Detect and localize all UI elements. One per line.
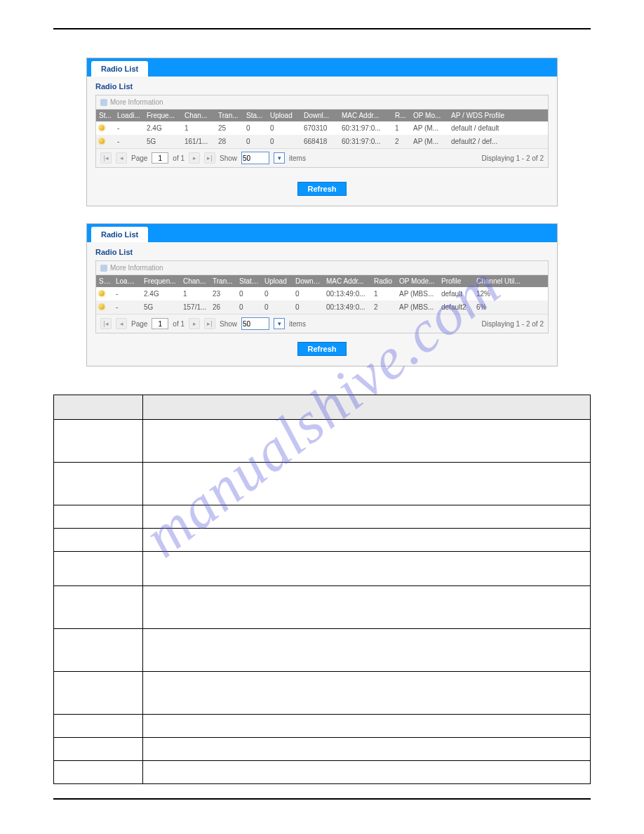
table-row[interactable]: - 2.4G 1 23 0 0 0 00:13:49:0... 1 AP (MB… [96,287,548,300]
more-information-button[interactable]: More Information [96,95,548,110]
col-radio[interactable]: Radio [371,275,396,287]
of-label: of 1 [173,154,185,162]
next-page-icon[interactable]: ▸ [189,318,200,329]
cell: 157/1... [180,300,210,314]
cell: AP (M... [410,135,448,148]
desc-row [54,463,591,505]
cell: 0 [267,135,301,148]
cell: - [114,135,144,148]
bulb-icon [99,138,105,144]
radio-list-panel-2: Radio List Radio List More Information [86,223,558,366]
col-station[interactable]: Stati... [236,275,262,287]
next-page-icon[interactable]: ▸ [189,152,200,164]
col-radio[interactable]: R... [392,110,410,121]
col-status[interactable]: St... [96,275,113,287]
cell: 0 [262,287,293,300]
col-channel[interactable]: Chan... [180,275,210,287]
col-mac[interactable]: MAC Addr... [323,275,371,287]
col-profile[interactable]: AP / WDS Profile [448,110,548,121]
desc-col-label [54,395,143,420]
tab-radio-list[interactable]: Radio List [91,227,148,242]
of-label: of 1 [173,320,185,328]
col-mac[interactable]: MAC Addr... [339,110,392,121]
refresh-button[interactable]: Refresh [297,182,347,196]
radio-list-panel-1: Radio List Radio List More Information [86,58,558,206]
display-count: Displaying 1 - 2 of 2 [482,154,544,162]
cell: 0 [243,135,267,148]
show-label: Show [220,320,237,328]
cell: default2 / def... [448,135,548,148]
cell: - [113,287,141,300]
col-upload[interactable]: Upload [262,275,293,287]
cell: 0 [293,287,323,300]
cell: 00:13:49:0... [323,300,371,314]
cell: 0 [236,287,262,300]
chevron-down-icon[interactable]: ▾ [274,318,285,329]
cell: 161/1... [182,135,215,148]
show-label: Show [220,154,237,162]
col-status[interactable]: St... [96,110,114,121]
bulb-icon [99,291,105,296]
desc-col-description [143,395,591,420]
col-download[interactable]: Downl... [293,275,323,287]
desc-header-row [54,395,591,420]
col-loading[interactable]: Loadi... [114,110,144,121]
page-size-input[interactable] [241,152,269,164]
col-loading[interactable]: Loadi... [113,275,141,287]
col-upload[interactable]: Upload [267,110,301,121]
cell: 26 [210,300,236,314]
prev-page-icon[interactable]: ◂ [116,318,127,329]
col-profile[interactable]: Profile [438,275,474,287]
radio-list-subpanel: More Information St... Loadi... Frequen.… [95,260,549,333]
panel-title: Radio List [95,248,549,256]
radio-list-subpanel: More Information St... Loadi... Freque..… [95,95,549,168]
page-label: Page [131,154,147,162]
cell: 00:13:49:0... [323,287,371,300]
cell: 23 [210,287,236,300]
col-channel[interactable]: Chan... [182,110,215,121]
col-transmit[interactable]: Tran... [215,110,243,121]
more-information-button[interactable]: More Information [96,261,548,275]
first-page-icon[interactable]: |◂ [100,152,112,164]
page-label: Page [131,320,147,328]
refresh-button[interactable]: Refresh [297,342,347,356]
cell: AP (MBS... [396,287,438,300]
col-frequency[interactable]: Freque... [144,110,182,121]
prev-page-icon[interactable]: ◂ [116,152,127,164]
col-station[interactable]: Sta... [243,110,267,121]
desc-row [54,552,591,586]
radio-table: St... Loadi... Frequen... Chan... Tran..… [96,275,548,314]
col-channel-util[interactable]: Channel Util... [474,275,548,287]
first-page-icon[interactable]: |◂ [100,318,112,329]
col-transmit[interactable]: Tran... [210,275,236,287]
page-input[interactable] [152,152,168,164]
more-info-label: More Information [110,98,163,106]
last-page-icon[interactable]: ▸| [204,318,215,329]
desc-row [54,715,591,738]
cell: default / default [448,121,548,135]
pager: |◂ ◂ Page of 1 ▸ ▸| Show ▾ items Display… [96,314,548,333]
pager: |◂ ◂ Page of 1 ▸ ▸| Show ▾ items Display… [96,148,548,167]
cell: 0 [243,121,267,135]
cell: default [438,287,474,300]
cell: 60:31:97:0... [339,135,392,148]
col-opmode[interactable]: OP Mode... [396,275,438,287]
cell: 28 [215,135,243,148]
chevron-down-icon[interactable]: ▾ [274,152,285,164]
page-bottom-rule [53,798,591,800]
table-row[interactable]: - 5G 161/1... 28 0 0 668418 60:31:97:0..… [96,135,548,148]
last-page-icon[interactable]: ▸| [204,152,215,164]
tab-radio-list[interactable]: Radio List [91,61,148,77]
cell: 668418 [301,135,339,148]
desc-row [54,505,591,529]
page-size-input[interactable] [241,317,269,330]
col-frequency[interactable]: Frequen... [141,275,180,287]
table-row[interactable]: - 5G 157/1... 26 0 0 0 00:13:49:0... 2 A… [96,300,548,314]
cell: 0 [293,300,323,314]
cell: 2.4G [141,287,180,300]
cell: 2.4G [144,121,182,135]
table-row[interactable]: - 2.4G 1 25 0 0 670310 60:31:97:0... 1 A… [96,121,548,135]
col-opmode[interactable]: OP Mo... [410,110,448,121]
page-input[interactable] [152,318,168,329]
col-download[interactable]: Downl... [301,110,339,121]
